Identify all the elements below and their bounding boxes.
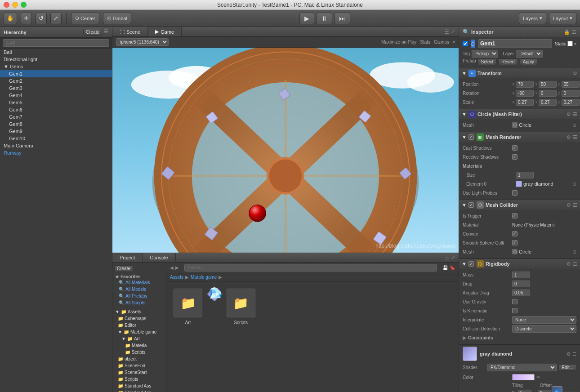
scale-tool-button[interactable]: ⤢: [50, 13, 62, 24]
mr-options-icon[interactable]: ☰: [573, 134, 577, 140]
game-tab[interactable]: ▶ Game: [148, 27, 182, 36]
folder-std-ass2[interactable]: 📁 Standard Ass: [112, 389, 166, 392]
folder-scripts[interactable]: 📁 Scripts: [112, 376, 166, 383]
hierarchy-item-gem10[interactable]: Gem10: [0, 135, 112, 142]
breadcrumb-marble-game[interactable]: Marble game: [191, 275, 217, 280]
folder-scene-end[interactable]: 📁 SceneEnd: [112, 362, 166, 369]
reflection-offset-x[interactable]: [538, 390, 551, 392]
folder-std-ass1[interactable]: 📁 Standard Ass: [112, 383, 166, 389]
close-button[interactable]: [4, 2, 9, 8]
lock-icon[interactable]: 🔒: [564, 29, 570, 35]
cast-shadows-checkbox[interactable]: [512, 145, 518, 151]
project-search-input[interactable]: [184, 264, 437, 272]
mesh-collider-header[interactable]: ▼ ⬠ Mesh Collider ⚙ ☰: [459, 200, 580, 210]
fav-all-scripts[interactable]: 🔍All Scripts: [115, 299, 163, 306]
angular-drag-input[interactable]: [512, 290, 530, 296]
hierarchy-item-gem9[interactable]: Gem9: [0, 128, 112, 135]
view-maximize-icon[interactable]: ⤢: [451, 29, 455, 35]
hand-tool-button[interactable]: ✋: [4, 13, 17, 24]
rigidbody-enable[interactable]: [468, 261, 474, 267]
collider-mesh-select[interactable]: ⊙: [572, 249, 576, 255]
rb-settings-icon[interactable]: ⚙: [567, 261, 571, 267]
reflection-tiling-x[interactable]: [518, 390, 531, 392]
mass-input[interactable]: [512, 272, 530, 278]
hierarchy-item-gem7[interactable]: Gem7: [0, 113, 112, 120]
global-button[interactable]: ◎ Global: [103, 13, 131, 24]
use-light-probes-checkbox[interactable]: [512, 190, 518, 196]
scene-tab[interactable]: ⛶ Scene: [112, 27, 148, 36]
mf-settings-icon[interactable]: ⚙: [567, 111, 571, 117]
is-kinematic-checkbox[interactable]: [512, 308, 518, 313]
mat-settings-icon[interactable]: ⚙: [567, 352, 571, 356]
tag-select[interactable]: Pickup: [472, 50, 498, 58]
scale-x-input[interactable]: [516, 99, 534, 106]
maximize-on-play[interactable]: Maximize on Play: [381, 40, 416, 45]
minimize-button[interactable]: [12, 2, 18, 8]
folder-materia[interactable]: 📁 Materia: [112, 342, 166, 349]
mat-select-icon[interactable]: ⊙: [572, 181, 576, 187]
collision-detection-select[interactable]: Discrete: [512, 325, 576, 333]
smooth-sphere-checkbox[interactable]: [512, 240, 518, 245]
maximize-button[interactable]: [21, 2, 27, 8]
mesh-select-icon[interactable]: ⊙: [572, 122, 576, 128]
folder-editor[interactable]: 📁 Editor: [112, 322, 166, 329]
folder-art[interactable]: ▼ 📁 Art: [112, 335, 166, 342]
color-swatch[interactable]: [512, 374, 535, 380]
revert-button[interactable]: Revert: [498, 58, 518, 65]
breadcrumb-assets[interactable]: Assets: [170, 275, 183, 280]
folder-object[interactable]: 📁 object: [112, 356, 166, 362]
step-button[interactable]: ⏭: [334, 13, 350, 24]
use-gravity-checkbox[interactable]: [512, 299, 518, 304]
proj-bookmark-icon[interactable]: 🔖: [450, 265, 455, 270]
rigidbody-header[interactable]: ▼ ⬡ Rigidbody ⚙ ☰: [459, 259, 580, 269]
rot-x-input[interactable]: [516, 90, 534, 97]
fav-all-materials[interactable]: 🔍All Materials: [115, 279, 163, 286]
rb-options-icon[interactable]: ☰: [573, 261, 577, 267]
hierarchy-item-gem5[interactable]: Gem5: [0, 99, 112, 106]
mr-settings-icon[interactable]: ⚙: [567, 134, 571, 140]
hierarchy-item-gem8[interactable]: Gem8: [0, 120, 112, 128]
collider-mat-icon[interactable]: ⊙: [552, 223, 555, 227]
static-checkbox[interactable]: [567, 41, 573, 46]
stats-button[interactable]: Stats: [420, 40, 430, 45]
color-edit-icon[interactable]: ✏: [536, 374, 540, 380]
pause-button[interactable]: ⏸: [316, 13, 332, 24]
select-button[interactable]: Select: [477, 58, 496, 65]
convex-checkbox[interactable]: [512, 231, 518, 236]
reflection-texture-thumb[interactable]: 🔷: [552, 386, 562, 392]
hierarchy-item-runway[interactable]: Runway: [0, 149, 112, 156]
mesh-renderer-header[interactable]: ▼ ▦ Mesh Renderer ⚙ ☰: [459, 132, 580, 142]
mesh-filter-header[interactable]: ▼ ⬡ Circle (Mesh Filter) ⚙ ☰: [459, 109, 580, 119]
move-tool-button[interactable]: ✛: [21, 13, 32, 24]
interpolate-select[interactable]: None: [512, 316, 576, 324]
pos-x-input[interactable]: [516, 81, 534, 88]
hierarchy-search-input[interactable]: [3, 39, 109, 47]
layer-select[interactable]: Default: [516, 50, 543, 58]
mc-options-icon[interactable]: ☰: [573, 202, 577, 208]
receive-shadows-checkbox[interactable]: [512, 154, 518, 160]
folder-marble-game[interactable]: ▼ 📁 Marble game: [112, 329, 166, 335]
fav-all-prefabs[interactable]: 🔍All Prefabs: [115, 293, 163, 299]
play-button[interactable]: ▶: [299, 13, 314, 24]
static-dropdown[interactable]: ▾: [574, 41, 576, 46]
assets-root[interactable]: ▼ 📁 Assets: [112, 308, 166, 315]
hierarchy-options-icon[interactable]: ☰: [104, 29, 108, 36]
mesh-renderer-enable[interactable]: [468, 134, 474, 140]
proj-forward-icon[interactable]: ▶: [175, 265, 179, 270]
object-active-checkbox[interactable]: [463, 41, 468, 46]
view-options-icon[interactable]: ☰: [444, 29, 449, 35]
fav-all-models[interactable]: 🔍All Models: [115, 286, 163, 293]
hierarchy-item-gem3[interactable]: Gem3: [0, 85, 112, 92]
rot-y-input[interactable]: [539, 90, 557, 97]
mat-options-icon[interactable]: ☰: [572, 352, 576, 356]
proj-back-icon[interactable]: ◀: [170, 265, 174, 270]
shader-edit-button[interactable]: Edit...: [558, 364, 576, 371]
hierarchy-item-ball[interactable]: Ball: [0, 49, 112, 56]
rot-z-input[interactable]: [562, 90, 580, 97]
object-name-input[interactable]: [478, 39, 552, 48]
hierarchy-item-gem4[interactable]: Gem4: [0, 92, 112, 99]
size-input[interactable]: [516, 172, 534, 178]
inspector-options-icon[interactable]: ☰: [572, 29, 576, 35]
is-trigger-checkbox[interactable]: [512, 213, 518, 218]
project-create-button[interactable]: Create: [114, 265, 133, 272]
